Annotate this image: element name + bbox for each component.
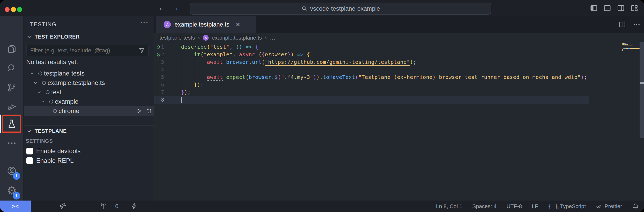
command-center-search[interactable]: vscode-testplane-example — [190, 3, 491, 15]
toggle-panel-icon[interactable] — [603, 4, 611, 12]
minimap-line — [630, 48, 640, 49]
tab-label: example.testplane.ts — [175, 21, 229, 28]
code-line-5[interactable]: 5 await expect(browser.$(".f4.my-3")).to… — [154, 73, 640, 81]
title-bar: ← → vscode-testplane-example — [0, 0, 644, 16]
search-icon — [7, 63, 17, 73]
code-line-1[interactable]: 1describe("test", () => { — [154, 43, 640, 51]
section-testplane[interactable]: TESTPLANE — [24, 126, 156, 136]
code-line-6[interactable]: 6 }); — [154, 81, 640, 89]
braces-icon: { }⊗ — [548, 203, 558, 209]
chevron-down-icon[interactable] — [33, 80, 39, 86]
encoding[interactable]: UTF-8 — [506, 203, 522, 209]
editor-more-actions-icon[interactable] — [633, 21, 641, 28]
settings-button[interactable]: ⚙ 1 — [0, 181, 23, 200]
zap-icon[interactable] — [130, 202, 138, 210]
line-number: 5 — [157, 73, 164, 81]
customize-layout-icon[interactable] — [630, 4, 638, 12]
section-test-explorer[interactable]: TEST EXPLORER — [24, 32, 156, 42]
chevron-down-icon[interactable] — [40, 98, 46, 105]
minimize-window-button[interactable] — [11, 7, 16, 12]
sidebar-more-actions[interactable]: ⋯ — [140, 17, 149, 27]
tab-bar: example.testplane.ts × — [154, 16, 644, 33]
test-tree-item-example[interactable]: example — [24, 97, 154, 106]
minimap-line — [626, 48, 628, 49]
beaker-icon — [7, 119, 17, 129]
nav-forward-button[interactable]: → — [172, 4, 179, 11]
overview-ruler-cursor-mark — [640, 82, 644, 84]
eol-sequence[interactable]: LF — [532, 203, 538, 209]
test-tree-item-testplane-tests[interactable]: testplane-tests — [24, 69, 154, 78]
telescope-icon[interactable] — [59, 202, 67, 210]
accounts-button[interactable]: 1 — [0, 161, 23, 180]
test-filter-input[interactable] — [27, 47, 138, 54]
code-line-8[interactable]: 8 — [154, 96, 640, 104]
nav-back-button[interactable]: ← — [158, 4, 165, 11]
checkbox[interactable] — [26, 157, 33, 164]
language-mode[interactable]: { }⊗ TypeScript — [548, 203, 586, 209]
search-icon — [301, 5, 307, 12]
chevron-down-icon[interactable] — [36, 89, 42, 95]
toggle-secondary-sidebar-icon[interactable] — [617, 4, 625, 12]
notifications-bell-icon[interactable] — [632, 203, 639, 210]
minimap[interactable] — [622, 43, 638, 56]
test-filter-box[interactable] — [26, 45, 149, 56]
setting-enable-devtools[interactable]: Enable devtools — [26, 146, 81, 156]
sidebar-item-run-debug[interactable] — [0, 97, 23, 116]
filter-icon[interactable] — [138, 47, 145, 54]
sidebar-title: TESTING — [30, 21, 56, 28]
breadcrumb-item[interactable]: … — [270, 35, 275, 41]
code-line-4[interactable]: 4 — [154, 66, 640, 73]
ports-count[interactable]: 0 — [115, 203, 118, 210]
go-to-test-icon[interactable] — [145, 108, 152, 114]
setting-enable-repl[interactable]: Enable REPL — [26, 156, 74, 165]
sidebar-item-more[interactable] — [0, 134, 23, 153]
close-window-button[interactable] — [5, 7, 10, 12]
code-line-2[interactable]: 2 it("example", async ({browser}) => { — [154, 51, 640, 58]
sidebar-item-source-control[interactable] — [0, 78, 23, 97]
code-editor[interactable]: 1describe("test", () => {2 it("example",… — [154, 42, 644, 201]
close-tab-icon[interactable]: × — [236, 21, 240, 28]
code-line-7[interactable]: 7}); — [154, 89, 640, 96]
sidebar-item-explorer[interactable] — [0, 40, 23, 58]
sidebar-item-testing[interactable] — [0, 115, 23, 133]
no-test-results-message: No test results yet. — [26, 58, 78, 66]
testplane-file-icon — [164, 21, 171, 28]
code-line-3[interactable]: 3 await browser.url("https://github.com/… — [154, 58, 640, 66]
zoom-window-button[interactable] — [17, 7, 22, 12]
sidebar-item-search[interactable] — [0, 59, 23, 78]
section-label: TEST EXPLORER — [35, 34, 80, 40]
minimap-line — [628, 48, 630, 49]
accounts-badge: 1 — [13, 172, 20, 180]
minimap-line — [622, 50, 623, 51]
code-text: }); — [181, 89, 191, 96]
run-test-icon[interactable] — [136, 108, 142, 114]
code-text: }); — [181, 81, 204, 89]
scrollbar[interactable] — [640, 42, 644, 138]
toggle-primary-sidebar-icon[interactable] — [590, 4, 598, 12]
checkbox[interactable] — [26, 148, 33, 154]
tab-example-testplane-ts[interactable]: example.testplane.ts × — [156, 16, 256, 33]
test-tree-item-test[interactable]: test — [24, 88, 154, 97]
cursor-position[interactable]: Ln 8, Col 1 — [436, 203, 462, 209]
section-label: TESTPLANE — [35, 128, 67, 134]
files-icon — [7, 44, 17, 54]
test-tree-item-chrome[interactable]: chrome — [24, 106, 154, 116]
indentation[interactable]: Spaces: 4 — [472, 203, 497, 209]
chevron-down-icon[interactable] — [29, 70, 35, 77]
ports-icon[interactable] — [99, 202, 107, 210]
tree-item-label: example.testplane.ts — [48, 79, 105, 86]
code-text: await expect(browser.$(".f4.my-3")).toHa… — [181, 73, 587, 81]
formatter-status[interactable]: Prettier — [596, 203, 622, 210]
code-text: describe("test", () => { — [181, 43, 259, 51]
test-tree-item-example.testplane.ts[interactable]: example.testplane.ts — [24, 78, 154, 88]
checkbox-label: Enable devtools — [36, 147, 81, 155]
remote-indicator[interactable]: >< — [0, 201, 31, 212]
text-cursor — [181, 97, 182, 103]
tree-item-label: example — [55, 98, 79, 105]
breadcrumb-item[interactable]: testplane-tests — [159, 35, 195, 41]
split-editor-icon[interactable] — [618, 21, 626, 28]
breadcrumb-item[interactable]: example.testplane.ts — [212, 35, 262, 41]
activity-bar: 1 ⚙ 1 — [0, 16, 24, 201]
tree-item-label: testplane-tests — [44, 70, 85, 77]
status-bar: >< 0 Ln 8, Col 1 Spaces: 4 UTF-8 LF { }⊗… — [0, 201, 644, 212]
